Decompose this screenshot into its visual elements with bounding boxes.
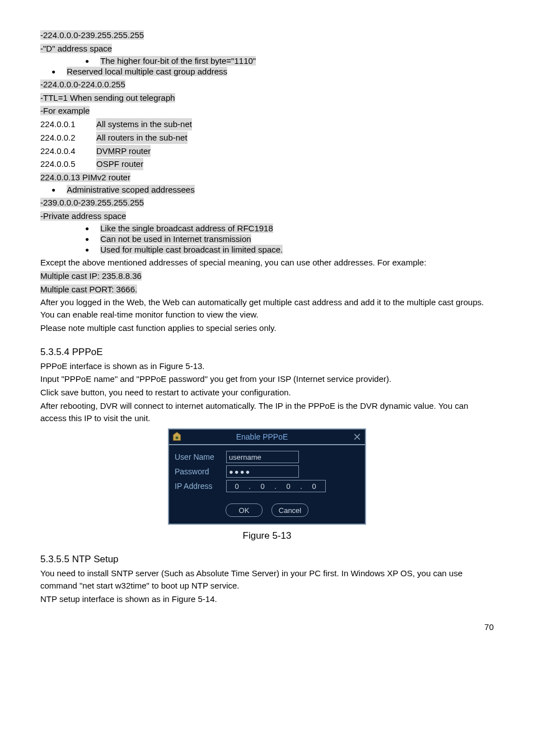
text-line: 224.0.0.2All routers in the sub-net [40,132,494,144]
bullet-item: ● Can not be used in Internet transmissi… [40,234,494,245]
ipaddress-input[interactable]: 0. 0. 0. 0 [226,480,326,492]
bullet-item: ● Reserved local multiple cast group add… [40,67,494,77]
bullet-dot-icon: ● [51,67,55,77]
bullet-dot-icon: ● [51,185,55,195]
paragraph: Click save button, you need to restart t… [40,386,494,399]
paragraph: After you logged in the Web, the Web can… [40,296,494,321]
ipaddress-label: IP Address [175,482,226,491]
ip-octet-3[interactable]: 0 [278,482,298,491]
paragraph: Please note multiple cast function appli… [40,322,494,334]
bullet-item: ● Administrative scoped addressees [40,185,494,195]
dialog-title: Enable PPPoE [171,432,353,441]
text-line: 224.0.0.5OSPF router [40,158,494,170]
ip-dot-separator: . [247,482,252,491]
paragraph: Input "PPPoE name" and "PPPoE password" … [40,373,494,385]
ok-button[interactable]: OK [226,503,263,517]
ip-dot-separator: . [298,482,304,491]
bullet-dot-icon: ● [85,234,89,245]
document-page: -224.0.0.0-239.255.255.255 -"D" address … [0,0,534,648]
text-line: 224.0.0.1All systems in the sub-net [40,118,494,130]
paragraph: After rebooting, DVR will connect to int… [40,400,494,424]
username-input[interactable]: username [226,451,299,463]
dialog-titlebar: Enable PPPoE [169,430,365,445]
paragraph: PPPoE interface is shown as in Figure 5-… [40,360,494,372]
text-line: -For example [40,105,494,117]
bullet-dot-icon: ● [85,56,89,67]
text-line: 224.0.0.4DVMRP router [40,145,494,157]
page-number: 70 [40,622,494,632]
bullet-item: ● Like the single broadcast address of R… [40,223,494,234]
ip-octet-4[interactable]: 0 [304,482,324,491]
enable-pppoe-dialog: Enable PPPoE User Name username Password… [40,428,494,525]
text-line: -TTL=1 When sending out telegraph [40,92,494,104]
ip-octet-2[interactable]: 0 [252,482,273,491]
figure-caption: Figure 5-13 [40,530,494,542]
bullet-dot-icon: ● [85,245,89,255]
text-line: -239.0.0.0-239.255.255.255 [40,197,494,209]
text-line: -224.0.0.0-239.255.255.255 [40,29,494,41]
password-input[interactable]: ●●●● [226,465,299,478]
text-line: -"D" address space [40,43,494,55]
paragraph: Except the above mentioned addresses of … [40,256,494,269]
paragraph: You need to install SNTP server (Such as… [40,567,494,592]
paragraph: NTP setup interface is shown as in Figur… [40,593,494,605]
cancel-button[interactable]: Cancel [271,503,308,517]
bullet-item: ● Used for multiple cast broadcast in li… [40,245,494,255]
bullet-dot-icon: ● [85,223,89,234]
section-heading-pppoe: 5.3.5.4 PPPoE [40,347,494,358]
section-heading-ntp: 5.3.5.5 NTP Setup [40,554,494,565]
password-label: Password [175,467,226,476]
text-line: Multiple cast PORT: 3666. [40,283,494,296]
text-line: -Private address space [40,210,494,222]
ip-dot-separator: . [273,482,278,491]
text-line: 224.0.0.13 PIMv2 router [40,171,494,184]
text-line: -224.0.0.0-224.0.0.255 [40,78,494,91]
ip-octet-1[interactable]: 0 [227,482,247,491]
close-icon[interactable] [353,432,362,441]
text-line: Multiple cast IP: 235.8.8.36 [40,270,494,282]
bullet-item: ● The higher four-bit of the first byte=… [40,56,494,67]
username-label: User Name [175,452,226,461]
